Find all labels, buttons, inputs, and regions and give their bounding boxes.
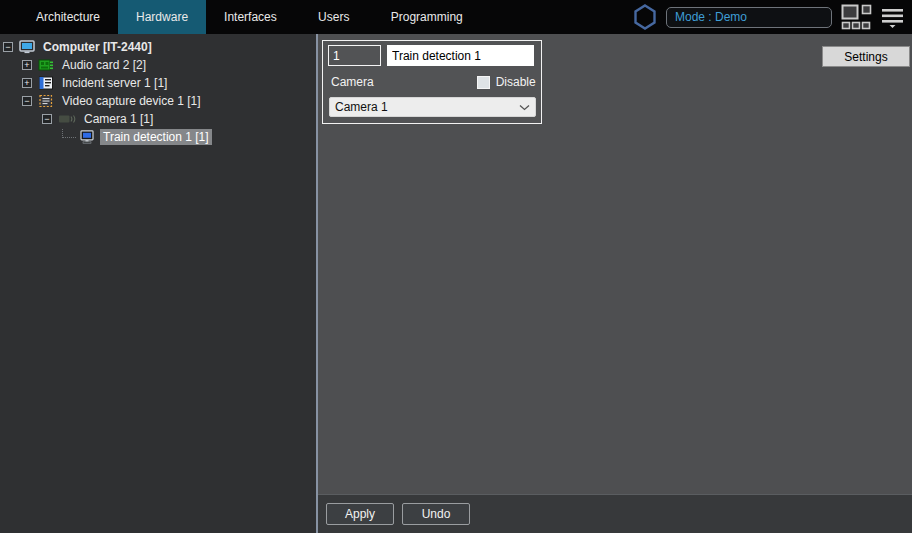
tree-item-label: Incident server 1 [1] (59, 75, 170, 91)
audio-card-icon (38, 58, 54, 72)
detail-panel: Camera Disable Camera 1 Settings (318, 34, 912, 533)
camera-select[interactable]: Camera 1 (329, 97, 536, 117)
hexagon-icon (633, 4, 657, 30)
tab-hardware[interactable]: Hardware (118, 0, 206, 34)
layout-grid-icon[interactable] (841, 4, 872, 30)
tab-interfaces[interactable]: Interfaces (206, 0, 295, 34)
footer-action-bar: Apply Undo (318, 494, 912, 533)
tree-connector-line (62, 129, 76, 138)
collapse-icon[interactable]: − (3, 42, 13, 52)
mode-indicator[interactable]: Mode : Demo (666, 7, 832, 28)
hamburger-menu-icon[interactable] (881, 5, 904, 29)
collapse-icon[interactable]: − (42, 114, 52, 124)
tree-item-label: Computer [IT-2440] (40, 39, 155, 55)
train-detection-form: Camera Disable Camera 1 (322, 40, 542, 124)
camera-icon (58, 113, 76, 125)
name-field[interactable] (387, 45, 534, 66)
tab-architecture[interactable]: Architecture (18, 0, 118, 34)
expand-icon[interactable]: + (22, 78, 32, 88)
tree-item-label: Camera 1 [1] (81, 111, 156, 127)
tree-item-train-detection[interactable]: Train detection 1 [1] (0, 128, 316, 146)
hardware-tree-panel: − Computer [IT-2440] + Audio card 2 [2] (0, 34, 316, 533)
disable-checkbox[interactable] (477, 76, 490, 89)
tree-item-audio-card[interactable]: + Audio card 2 [2] (0, 56, 316, 74)
tree-item-video-capture-device[interactable]: − Video capture device 1 [1] (0, 92, 316, 110)
camera-label: Camera (331, 75, 374, 89)
tree-item-camera[interactable]: − Camera 1 [1] (0, 110, 316, 128)
top-bar: Architecture Hardware Interfaces Users P… (0, 0, 912, 34)
chevron-down-icon (519, 104, 530, 111)
incident-server-icon (38, 76, 54, 90)
tree-item-label: Train detection 1 [1] (100, 129, 212, 145)
expand-icon[interactable]: + (22, 60, 32, 70)
train-detection-icon (79, 130, 95, 144)
mode-text: Mode : Demo (675, 10, 747, 24)
tree-item-computer[interactable]: − Computer [IT-2440] (0, 38, 316, 56)
disable-label: Disable (496, 75, 536, 89)
tree-item-label: Audio card 2 [2] (59, 57, 149, 73)
id-field[interactable] (328, 45, 381, 66)
topbar-right-group: Mode : Demo (633, 0, 912, 34)
video-capture-icon (38, 94, 54, 108)
settings-button[interactable]: Settings (822, 46, 910, 67)
main-tabs: Architecture Hardware Interfaces Users P… (18, 0, 481, 34)
tree-item-label: Video capture device 1 [1] (59, 93, 204, 109)
camera-select-value: Camera 1 (335, 100, 519, 114)
collapse-icon[interactable]: − (22, 96, 32, 106)
tab-programming[interactable]: Programming (373, 0, 481, 34)
tree-item-incident-server[interactable]: + Incident server 1 [1] (0, 74, 316, 92)
apply-button[interactable]: Apply (326, 503, 394, 525)
undo-button[interactable]: Undo (402, 503, 470, 525)
tab-users[interactable]: Users (295, 0, 373, 34)
computer-icon (19, 40, 35, 54)
